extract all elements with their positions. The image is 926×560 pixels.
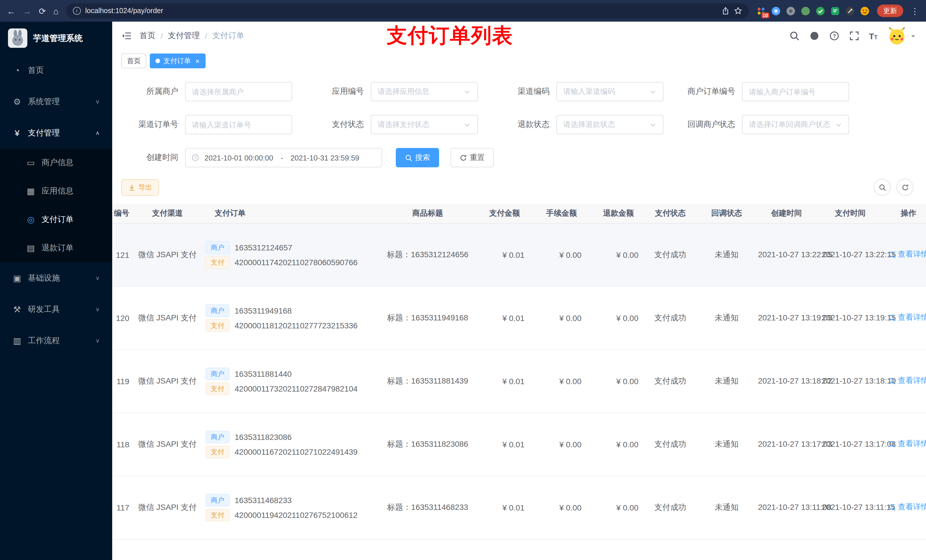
table-row: 118微信 JSAPI 支付商户1635311823086支付420000116… [112,413,926,476]
workflow-icon: ▥ [12,335,22,346]
filter-label: 所属商户 [121,86,185,97]
filter-select[interactable]: 请选择订单回调商户状态 [742,115,849,134]
filter-select[interactable]: 请选择退款状态 [557,115,663,134]
back-icon[interactable]: ← [7,6,15,15]
bookmark-star-icon[interactable] [734,7,742,15]
cell-pay-order: 商户1635311823086支付42000011672021102710224… [202,413,373,476]
help-icon[interactable] [829,31,839,41]
pay-order-no: 4200001167202110271022491439 [235,447,358,456]
tab-label: 支付订单 [163,56,191,66]
extension-chat-icon[interactable] [830,6,840,16]
cell-refund-amount: ¥ 0.00 [585,349,642,413]
column-header: 支付时间 [819,204,882,223]
filter-select[interactable]: 请选择支付状态 [371,115,478,134]
filter-input-field[interactable] [749,88,842,96]
cell-channel: 微信 JSAPI 支付 [133,476,202,539]
url-text: localhost:1024/pay/order [85,7,163,15]
sidebar-item[interactable]: ▤退款订单 [0,234,112,263]
github-icon[interactable] [809,31,819,41]
date-start: 2021-10-01 00:00:00 [204,153,273,162]
filter-input-field[interactable] [192,88,285,96]
yen-icon: ¥ [12,128,22,138]
filter-row: 所属商户应用编号请选择应用信息渠道编码请输入渠道编码商户订单编号 [121,82,917,101]
view-detail-link[interactable]: 查看详情 [888,376,926,386]
sidebar-item[interactable]: ▦应用信息 [0,177,112,205]
filter-row: 渠道订单号支付状态请选择支付状态退款状态请选择退款状态回调商户状态请选择订单回调… [121,115,917,134]
sidebar-item[interactable]: ▥工作流程∨ [0,325,112,356]
tab-item[interactable]: 支付订单× [150,53,205,68]
view-detail-link[interactable]: 查看详情 [888,502,926,512]
browser-menu-icon[interactable]: ⋮ [911,6,919,15]
sidebar-item[interactable]: ▭商户信息 [0,148,112,177]
font-size-icon[interactable]: TT [869,31,878,41]
merchant-order-no: 1635311468233 [235,495,292,504]
cell-pay-order: 商户1635311949168支付42000011812021102777232… [202,286,373,349]
fullscreen-icon[interactable] [849,31,859,41]
reset-button[interactable]: 重置 [451,148,494,167]
view-detail-link[interactable]: 查看详情 [888,313,926,323]
cell-create-time: 2021-10-27 13:22:05 [755,223,819,286]
view-detail-link[interactable]: 查看详情 [888,439,926,449]
table-row: 119微信 JSAPI 支付商户1635311881440支付420000117… [112,349,926,413]
filter-input-field[interactable] [192,120,285,129]
extension-pin-icon[interactable] [845,6,855,16]
filter-label: 创建时间 [121,152,185,163]
tab-close-icon[interactable]: × [195,57,200,65]
logo[interactable]: 芋道管理系统 [0,22,112,54]
cell-notify-status: 未通知 [699,476,755,539]
extension-blue-icon[interactable] [771,6,781,16]
cell-refund-amount: ¥ 0.00 [585,413,642,476]
user-avatar-menu[interactable] [887,26,917,45]
share-icon[interactable] [722,7,729,15]
extension-colordots-icon[interactable]: 10 [756,6,766,16]
extension-green-check-icon[interactable] [816,6,825,16]
sidebar-item[interactable]: ⚙系统管理∨ [0,86,112,117]
sidebar-item[interactable]: ⚒研发工具∨ [0,294,112,325]
cell-id: 118 [112,413,133,476]
forward-icon[interactable]: → [23,6,31,15]
home-icon[interactable]: ⌂ [53,6,58,15]
merchant-tag: 商户 [206,367,230,380]
filter-input[interactable] [185,82,292,101]
sidebar-item[interactable]: ▣基础设施∨ [0,263,112,294]
filter-input[interactable] [185,115,292,134]
extension-green-icon[interactable] [801,6,810,16]
column-header: 支付金额 [483,204,528,223]
chevron-down-icon [649,88,657,95]
view-detail-icon [888,251,896,258]
chevron-down-icon [464,121,471,128]
breadcrumb-item[interactable]: 支付订单 [212,31,244,41]
export-button[interactable]: 导出 [121,179,159,195]
filter-select[interactable]: 请输入渠道编码 [557,82,663,101]
search-icon[interactable] [789,31,799,41]
search-button[interactable]: 搜索 [396,148,439,167]
column-header: 编号 [112,204,133,223]
filter-input[interactable] [742,82,849,101]
filter-select[interactable]: 请选择应用信息 [371,82,478,101]
address-bar[interactable]: i localhost:1024/pay/order [66,3,749,18]
merchant-tag: 商户 [206,304,230,317]
breadcrumb-item[interactable]: 首页 [139,31,156,41]
date-range-picker[interactable]: 2021-10-01 00:00:00 - 2021-10-31 23:59:5… [185,148,382,167]
reload-icon[interactable]: ⟳ [39,6,46,15]
browser-update-button[interactable]: 更新 [877,5,903,17]
extension-face-icon[interactable] [860,6,870,16]
breadcrumb-item[interactable]: 支付管理 [168,31,200,41]
extension-gray-icon[interactable] [786,6,796,16]
cell-fee-amount: ¥ 0.00 [528,286,585,349]
sidebar-item[interactable]: ◔首页 [0,54,112,86]
chevron-down-icon [835,121,842,128]
refresh-table-button[interactable] [896,179,914,196]
sidebar-item[interactable]: ¥支付管理∧ [0,117,112,148]
merchant-order-line: 商户1635311949168 [206,304,369,317]
sidebar-collapse-icon[interactable] [121,31,132,41]
tab-item[interactable]: 首页 [121,53,146,68]
table-row: 117微信 JSAPI 支付商户1635311468233支付420000119… [112,476,926,539]
sidebar-item[interactable]: ◎支付订单 [0,205,112,234]
site-info-icon[interactable]: i [73,7,80,15]
toggle-search-button[interactable] [874,179,891,196]
table-container: 编号支付渠道支付订单商品标题支付金额手续金额退款金额支付状态回调状态创建时间支付… [112,204,926,560]
cell-pay-status: 支付成功 [642,349,699,413]
merchant-order-no: 1635312124657 [235,243,292,252]
view-detail-link[interactable]: 查看详情 [888,249,926,260]
